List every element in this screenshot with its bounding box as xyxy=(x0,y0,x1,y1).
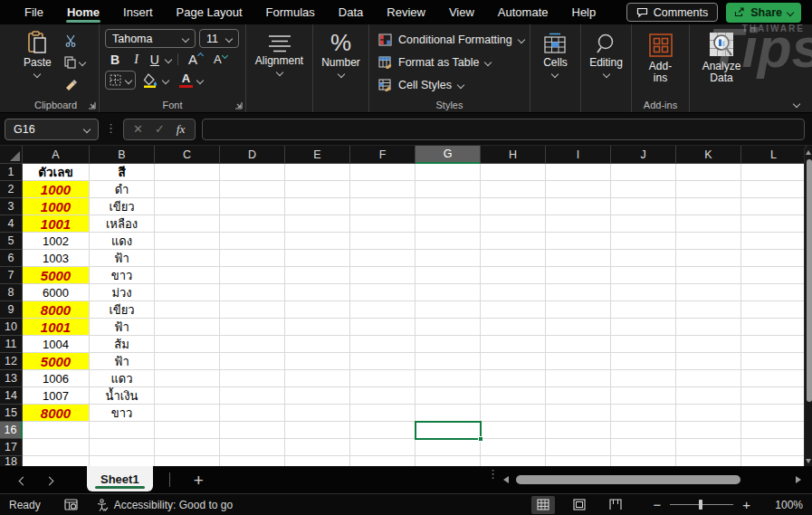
cell-F11[interactable] xyxy=(350,336,416,353)
cell-A6[interactable]: 1003 xyxy=(23,250,90,267)
tab-review[interactable]: Review xyxy=(375,0,437,24)
cell-D10[interactable] xyxy=(220,319,285,336)
analyze-data-button[interactable]: Analyze Data xyxy=(695,29,748,85)
cell-J6[interactable] xyxy=(611,250,676,267)
cell-G9[interactable] xyxy=(416,301,481,319)
horizontal-scroll-thumb[interactable] xyxy=(516,475,740,484)
cell-K17[interactable] xyxy=(676,439,741,456)
cell-F7[interactable] xyxy=(350,267,416,284)
fill-handle[interactable] xyxy=(478,436,483,442)
cell-J14[interactable] xyxy=(611,387,676,405)
cell-B2[interactable]: ดำ xyxy=(90,181,155,198)
cell-L14[interactable] xyxy=(741,387,807,405)
cell-A14[interactable]: 1007 xyxy=(23,387,90,405)
cell-C8[interactable] xyxy=(155,284,220,301)
collapse-ribbon-chevron-icon[interactable] xyxy=(793,100,800,108)
column-header-F[interactable]: F xyxy=(350,146,416,164)
column-header-E[interactable]: E xyxy=(285,146,350,164)
cut-button[interactable] xyxy=(61,32,89,50)
cell-B5[interactable]: แดง xyxy=(90,233,155,250)
tab-view[interactable]: View xyxy=(437,0,486,24)
cell-E2[interactable] xyxy=(285,181,350,198)
cell-C2[interactable] xyxy=(155,181,220,198)
font-color-button[interactable]: A xyxy=(176,71,206,90)
share-chevron-icon[interactable] xyxy=(787,8,794,15)
cells-button[interactable]: Cells xyxy=(538,29,573,79)
cell-I10[interactable] xyxy=(546,319,611,336)
active-cell-selection[interactable] xyxy=(415,421,482,440)
borders-chevron-icon[interactable] xyxy=(125,76,132,83)
tab-formulas[interactable]: Formulas xyxy=(254,0,327,24)
cell-E11[interactable] xyxy=(285,336,350,353)
cell-K11[interactable] xyxy=(676,336,741,353)
cell-A5[interactable]: 1002 xyxy=(23,233,90,250)
cell-A17[interactable] xyxy=(23,439,90,456)
row-header-13[interactable]: 13 xyxy=(0,370,23,387)
number-button[interactable]: % Number xyxy=(316,29,366,79)
row-header-17[interactable]: 17 xyxy=(0,439,23,456)
column-header-L[interactable]: L xyxy=(741,146,807,164)
cell-E8[interactable] xyxy=(285,284,350,301)
cell-E1[interactable] xyxy=(285,164,350,181)
cell-D17[interactable] xyxy=(220,439,285,456)
cell-H10[interactable] xyxy=(481,319,546,336)
cell-A1[interactable]: ตัวเลข xyxy=(23,164,90,181)
editing-chevron-icon[interactable] xyxy=(602,70,609,77)
cell-G6[interactable] xyxy=(416,250,481,267)
cell-D1[interactable] xyxy=(220,164,285,181)
cell-C3[interactable] xyxy=(155,198,220,215)
cell-F2[interactable] xyxy=(350,181,416,198)
cell-D12[interactable] xyxy=(220,353,285,370)
cell-A7[interactable]: 5000 xyxy=(23,267,90,284)
cell-F5[interactable] xyxy=(350,233,416,250)
vertical-scroll-thumb[interactable] xyxy=(807,159,812,402)
cell-J16[interactable] xyxy=(611,422,676,439)
cell-D5[interactable] xyxy=(220,233,285,250)
cell-D4[interactable] xyxy=(220,215,285,233)
cell-E5[interactable] xyxy=(285,233,350,250)
cell-K8[interactable] xyxy=(676,284,741,301)
tab-help[interactable]: Help xyxy=(560,0,608,24)
row-header-14[interactable]: 14 xyxy=(0,387,23,405)
cell-G8[interactable] xyxy=(416,284,481,301)
cell-K16[interactable] xyxy=(676,422,741,439)
cell-G18[interactable] xyxy=(416,456,481,466)
cell-E14[interactable] xyxy=(285,387,350,405)
row-header-8[interactable]: 8 xyxy=(0,284,23,301)
italic-button[interactable]: I xyxy=(129,52,144,67)
cell-D6[interactable] xyxy=(220,250,285,267)
row-header-5[interactable]: 5 xyxy=(0,233,23,250)
font-name-select[interactable]: Tahoma xyxy=(105,29,196,48)
zoom-out-button[interactable]: − xyxy=(647,497,666,512)
page-layout-view-button[interactable] xyxy=(568,496,591,514)
cell-E17[interactable] xyxy=(285,439,350,456)
cell-K14[interactable] xyxy=(676,387,741,405)
cell-D7[interactable] xyxy=(220,267,285,284)
cell-H15[interactable] xyxy=(481,405,546,422)
cell-J7[interactable] xyxy=(611,267,676,284)
cell-J12[interactable] xyxy=(611,353,676,370)
cell-H1[interactable] xyxy=(481,164,546,181)
editing-button[interactable]: Editing xyxy=(584,29,628,79)
column-header-K[interactable]: K xyxy=(676,146,741,164)
cell-C13[interactable] xyxy=(155,370,220,387)
alignment-chevron-icon[interactable] xyxy=(275,68,282,75)
cell-C5[interactable] xyxy=(155,233,220,250)
cell-G17[interactable] xyxy=(416,439,481,456)
column-header-D[interactable]: D xyxy=(220,146,285,164)
cell-C6[interactable] xyxy=(155,250,220,267)
cell-L3[interactable] xyxy=(741,198,807,215)
row-header-11[interactable]: 11 xyxy=(0,336,23,353)
cell-B17[interactable] xyxy=(90,439,155,456)
cell-J2[interactable] xyxy=(611,181,676,198)
cell-L15[interactable] xyxy=(741,405,807,422)
cell-B8[interactable]: ม่วง xyxy=(90,284,155,301)
cell-H2[interactable] xyxy=(481,181,546,198)
row-header-2[interactable]: 2 xyxy=(0,181,23,198)
cell-F12[interactable] xyxy=(350,353,416,370)
column-header-G[interactable]: G xyxy=(416,146,481,164)
cell-B6[interactable]: ฟ้า xyxy=(90,250,155,267)
cell-A15[interactable]: 8000 xyxy=(23,405,90,422)
cell-H14[interactable] xyxy=(481,387,546,405)
cell-L9[interactable] xyxy=(741,301,807,319)
